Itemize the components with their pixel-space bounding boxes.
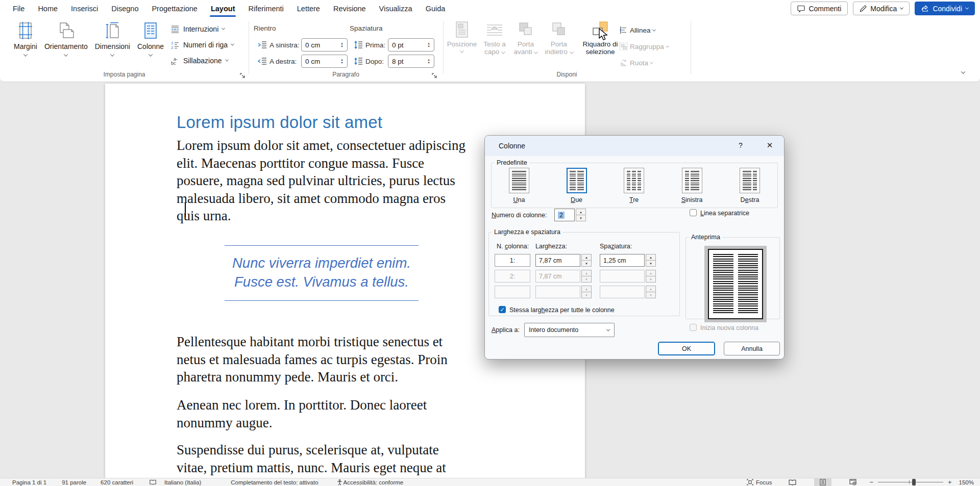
cancel-button[interactable]: Annulla	[724, 342, 780, 355]
indent-right-icon	[258, 57, 267, 65]
preset-due[interactable]: Due	[567, 168, 587, 203]
ok-button[interactable]: OK	[658, 342, 715, 355]
row1-width-spinner[interactable]: ▲▼	[581, 254, 592, 267]
selection-pane-label: Riquadro di selezione	[577, 40, 624, 56]
text-wrap-button: Testo a capo	[480, 21, 509, 56]
row1-width-field[interactable]: 7,87 cm	[535, 254, 580, 267]
collapse-ribbon-icon[interactable]	[961, 69, 965, 73]
word-count[interactable]: 91 parole	[62, 479, 86, 485]
group-label-page-setup: Imposta pagina	[0, 71, 249, 78]
tab-riferimenti[interactable]: Riferimenti	[241, 0, 290, 17]
preset-tre[interactable]: Tre	[624, 168, 644, 203]
proofing-book-icon[interactable]	[150, 479, 156, 485]
row1-spacing-field[interactable]: 1,25 cm	[600, 254, 645, 267]
preset-destra[interactable]: Destra	[740, 168, 760, 203]
apply-to-dropdown[interactable]: Intero documento	[524, 323, 615, 337]
char-count[interactable]: 620 caratteri	[101, 479, 133, 485]
tab-disegno[interactable]: Disegno	[105, 0, 145, 17]
chevron-down-icon	[900, 6, 903, 10]
spacing-before-field[interactable]: 0 pt ▴▾	[388, 38, 434, 52]
position-icon	[455, 21, 469, 39]
align-button[interactable]: Allinea	[619, 24, 655, 36]
orientation-icon	[57, 21, 75, 41]
same-width-checkbox[interactable]: ✓	[499, 306, 506, 313]
bring-forward-icon	[518, 21, 534, 39]
spacing-header: Spaziatura:	[600, 243, 632, 250]
tab-visualizza[interactable]: Visualizza	[373, 0, 419, 17]
indent-left-field[interactable]: 0 cm ▴▾	[301, 38, 348, 52]
breaks-button[interactable]: Interruzioni	[168, 21, 236, 37]
zoom-out-button[interactable]: −	[869, 478, 873, 486]
focus-mode-button[interactable]: Focus	[756, 479, 772, 485]
pencil-icon	[860, 5, 867, 12]
dialog-close-button[interactable]: ✕	[765, 141, 775, 150]
edit-mode-button[interactable]: Modifica	[853, 2, 910, 15]
chevron-down-icon	[231, 42, 234, 46]
num-columns-label: Numero di colonne:	[492, 212, 547, 219]
spacing-before-label: Prima:	[365, 41, 388, 49]
tab-revisione[interactable]: Revisione	[327, 0, 373, 17]
num-columns-field[interactable]: 2	[554, 209, 575, 221]
tab-file[interactable]: File	[6, 0, 31, 17]
spinner-arrows-icon[interactable]: ▴▾	[425, 58, 434, 64]
zoom-slider[interactable]	[878, 482, 943, 482]
document-quote-block: Nunc viverra imperdiet enim. Fusce est. …	[225, 245, 419, 301]
paragraph-dialog-launcher-icon[interactable]	[432, 73, 438, 80]
text-completion-indicator[interactable]: Completamento del testo: attivato	[231, 479, 318, 485]
width-header: Larghezza:	[535, 243, 567, 250]
tab-progettazione[interactable]: Progettazione	[145, 0, 204, 17]
accessibility-status[interactable]: Accessibilità: conforme	[344, 479, 404, 485]
size-button[interactable]: Dimensioni	[91, 19, 134, 57]
columns-button[interactable]: Colonne	[134, 19, 167, 57]
tab-home[interactable]: Home	[31, 0, 64, 17]
margins-button[interactable]: Margini	[10, 19, 41, 57]
indent-right-field[interactable]: 0 cm ▴▾	[301, 55, 348, 68]
spinner-arrows-icon[interactable]: ▴▾	[338, 42, 347, 48]
page-setup-dialog-launcher-icon[interactable]	[240, 73, 247, 80]
preset-una[interactable]: Una	[509, 168, 529, 203]
preset-sinistra[interactable]: Sinistra	[681, 168, 703, 203]
tab-layout[interactable]: Layout	[204, 0, 242, 17]
zoom-in-button[interactable]: +	[948, 478, 952, 486]
preview-page	[708, 249, 763, 319]
separator-line-checkbox[interactable]	[690, 209, 697, 216]
align-icon	[619, 26, 628, 34]
dialog-title-bar[interactable]: Colonne ? ✕	[485, 136, 784, 156]
print-layout-button[interactable]	[814, 478, 831, 486]
page-indicator[interactable]: Pagina 1 di 1	[12, 479, 46, 485]
num-columns-spinner[interactable]: ▲▼	[576, 209, 586, 221]
edit-mode-label: Modifica	[870, 5, 897, 13]
dialog-help-button[interactable]: ?	[736, 141, 745, 149]
spacing-before-value: 0 pt	[388, 41, 425, 49]
tab-guida[interactable]: Guida	[419, 0, 452, 17]
zoom-slider-handle[interactable]	[912, 479, 916, 485]
zoom-level[interactable]: 150%	[959, 479, 974, 485]
size-icon	[105, 21, 120, 41]
spinner-arrows-icon[interactable]: ▴▾	[425, 42, 434, 48]
tab-lettere[interactable]: Lettere	[290, 0, 327, 17]
web-layout-button[interactable]	[844, 478, 862, 486]
orientation-button[interactable]: Orientamento	[41, 19, 91, 57]
share-button[interactable]: Condividi	[915, 2, 975, 15]
document-heading: Lorem ipsum dolor sit amet	[177, 113, 382, 132]
document-paragraph-3: Aenean nec lorem. In porttitor. Donec la…	[177, 396, 470, 431]
right-narrow-column-icon	[740, 168, 760, 193]
spacing-after-field[interactable]: 8 pt ▴▾	[388, 55, 434, 68]
chevron-down-icon	[666, 44, 669, 47]
row3-number	[495, 286, 530, 298]
chevron-down-icon	[602, 329, 614, 331]
row1-spacing-spinner[interactable]: ▲▼	[646, 254, 656, 267]
comments-button[interactable]: Commenti	[791, 2, 848, 15]
tab-inserisci[interactable]: Inserisci	[64, 0, 105, 17]
hyphenation-button[interactable]: a-bc Sillabazione	[168, 53, 236, 68]
send-backward-label: Porta indietro	[542, 40, 576, 56]
line-numbers-button[interactable]: 12 Numeri di riga	[168, 37, 236, 53]
indent-left-label: A sinistra:	[270, 41, 301, 49]
language-indicator[interactable]: Italiano (Italia)	[164, 479, 201, 485]
accessibility-icon	[337, 479, 342, 485]
presets-groupbox: Predefinite Una Due Tre Sinistra Destra	[491, 159, 778, 208]
read-mode-button[interactable]	[783, 478, 802, 486]
breaks-icon	[170, 24, 180, 34]
spinner-arrows-icon[interactable]: ▴▾	[338, 58, 347, 64]
spacing-after-value: 8 pt	[388, 58, 425, 65]
